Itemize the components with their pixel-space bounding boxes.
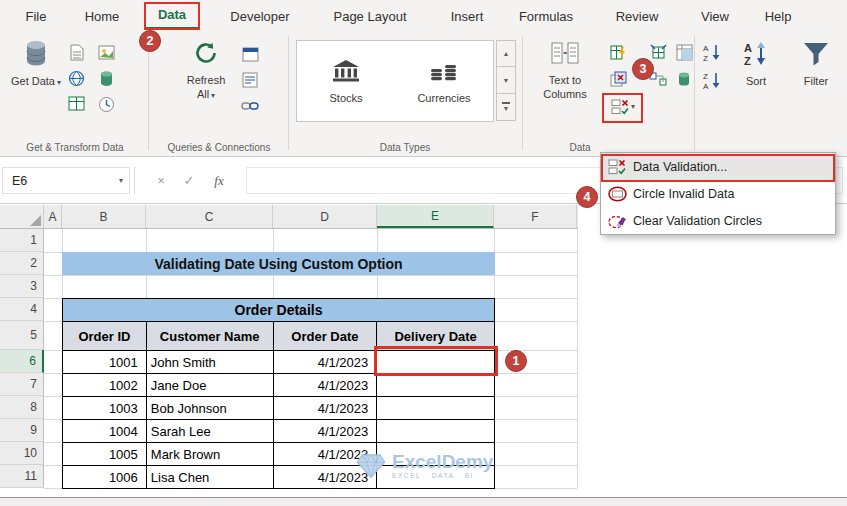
cell-customer-name[interactable]: Lisa Chen [147,466,274,489]
menu-item-clear-validation-circles[interactable]: Clear Validation Circles [601,207,835,234]
callout-step-4: 4 [576,186,598,208]
cell-customer-name[interactable]: Jane Doe [147,374,274,397]
cell-order-date[interactable]: 4/1/2023 [274,351,378,374]
table-row: 1001 John Smith 4/1/2023 [63,351,495,374]
cell-order-id[interactable]: 1001 [63,351,147,374]
menu-item-label: Circle Invalid Data [633,187,734,201]
cell-order-id[interactable]: 1003 [63,397,147,420]
table-header-row: Order ID Customer Name Order Date Delive… [63,322,495,351]
header-delivery-date[interactable]: Delivery Date [377,322,495,351]
cell-order-id[interactable]: 1002 [63,374,147,397]
watermark-name: ExcelDemy [392,452,493,471]
menu-item-circle-invalid-data[interactable]: Circle Invalid Data [601,180,835,207]
clear-validation-circles-icon [601,213,633,229]
cell-delivery-date[interactable] [377,374,495,397]
cell-customer-name[interactable]: John Smith [147,351,274,374]
exceldemy-watermark: ExcelDemy EXCEL · DATA · BI [356,452,493,480]
title-banner-cell[interactable]: Validating Date Using Custom Option [62,252,495,275]
cell-order-id[interactable]: 1006 [63,466,147,489]
cell-customer-name[interactable]: Bob Johnson [147,397,274,420]
callout-step-1: 1 [505,350,527,372]
data-validation-menu: Data Validation... Circle Invalid Data C… [600,152,836,235]
circle-invalid-data-icon [601,186,633,202]
cell-order-date[interactable]: 4/1/2023 [274,397,378,420]
table-row: 1003 Bob Johnson 4/1/2023 [63,397,495,420]
cell-order-id[interactable]: 1005 [63,443,147,466]
menu-item-label: Clear Validation Circles [633,214,762,228]
table-row: 1004 Sarah Lee 4/1/2023 [63,420,495,443]
header-order-date[interactable]: Order Date [274,322,378,351]
cell-order-id[interactable]: 1004 [63,420,147,443]
callout-step-2: 2 [139,30,161,52]
header-order-id[interactable]: Order ID [63,322,147,351]
cell-customer-name[interactable]: Sarah Lee [147,420,274,443]
table-row: 1002 Jane Doe 4/1/2023 [63,374,495,397]
menu-item-data-validation[interactable]: Data Validation... [601,153,835,180]
header-customer-name[interactable]: Customer Name [147,322,274,351]
excel-window: File Home Data Developer Page Layout Ins… [0,0,847,506]
cell-customer-name[interactable]: Mark Brown [147,443,274,466]
callout-step-3: 3 [632,58,654,80]
data-validation-icon [601,158,633,175]
watermark-tagline: EXCEL · DATA · BI [392,473,493,480]
cell-order-date[interactable]: 4/1/2023 [274,420,378,443]
exceldemy-diamond-icon [356,453,386,479]
table-title-cell[interactable]: Order Details [63,299,495,322]
menu-item-label: Data Validation... [633,160,727,174]
cell-order-date[interactable]: 4/1/2023 [274,374,378,397]
cell-delivery-date[interactable] [377,397,495,420]
cell-delivery-date[interactable] [377,420,495,443]
cell-delivery-date active-cell[interactable] [377,351,495,374]
